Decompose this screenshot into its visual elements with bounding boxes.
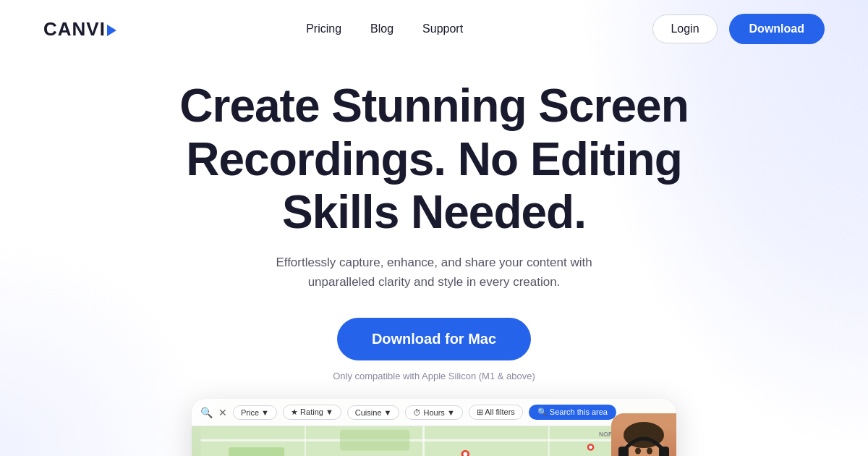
hero-compatibility-note: Only compatible with Apple Silicon (M1 &…: [333, 371, 535, 381]
svg-rect-25: [659, 447, 669, 456]
hours-filter-label: ⏱ Hours ▼: [413, 408, 454, 417]
nav-link-pricing[interactable]: Pricing: [306, 22, 341, 35]
preview-toolbar: 🔍 ✕ Price ▼ ★ Rating ▼ Cuisine ▼ ⏱ Hours…: [192, 399, 676, 426]
user-avatar-bubble: [611, 413, 676, 456]
nav-actions: Login Download: [652, 14, 825, 44]
cuisine-filter-label: Cuisine ▼: [355, 408, 392, 417]
hero-section: Create Stunning Screen Recordings. No Ed…: [0, 58, 868, 381]
nav-link-support[interactable]: Support: [422, 22, 463, 35]
rating-filter[interactable]: ★ Rating ▼: [283, 405, 341, 420]
main-nav: Pricing Blog Support: [306, 22, 463, 35]
rating-filter-label: ★ Rating ▼: [291, 408, 333, 417]
svg-rect-7: [229, 447, 284, 456]
all-filters[interactable]: ⊞ All filters: [469, 405, 523, 420]
search-area-label: 🔍 Search this area: [537, 408, 608, 417]
preview-map-area: 🔍 ✕ Price ▼ ★ Rating ▼ Cuisine ▼ ⏱ Hours…: [192, 399, 676, 456]
preview-window: 🔍 ✕ Price ▼ ★ Rating ▼ Cuisine ▼ ⏱ Hours…: [192, 399, 676, 456]
svg-point-12: [589, 446, 592, 449]
nav-download-button[interactable]: Download: [729, 14, 825, 44]
download-mac-button[interactable]: Download for Mac: [337, 318, 531, 360]
login-button[interactable]: Login: [652, 14, 717, 43]
logo[interactable]: CANVI: [43, 18, 116, 41]
close-icon: ✕: [218, 407, 227, 418]
price-filter-label: Price ▼: [241, 408, 269, 417]
search-icon: 🔍: [200, 407, 213, 418]
hours-filter[interactable]: ⏱ Hours ▼: [405, 405, 462, 420]
search-area-button[interactable]: 🔍 Search this area: [529, 405, 616, 420]
svg-point-27: [647, 448, 652, 455]
hero-subtitle: Effortlessly capture, enhance, and share…: [257, 253, 611, 292]
header: CANVI Pricing Blog Support Login Downloa…: [0, 0, 868, 58]
all-filters-label: ⊞ All filters: [477, 408, 515, 417]
svg-rect-8: [340, 430, 409, 451]
logo-text: CANVI: [43, 18, 116, 41]
avatar-face: [611, 413, 676, 456]
hero-title: Create Stunning Screen Recordings. No Ed…: [174, 80, 694, 240]
svg-point-26: [635, 448, 641, 455]
map-svg: Ritz's Lil Fryer Rock + Cake NORTHGATE E…: [192, 426, 676, 456]
preview-container: 🔍 ✕ Price ▼ ★ Rating ▼ Cuisine ▼ ⏱ Hours…: [0, 399, 868, 456]
price-filter[interactable]: Price ▼: [233, 405, 277, 420]
cuisine-filter[interactable]: Cuisine ▼: [347, 405, 400, 420]
svg-rect-24: [618, 447, 629, 456]
nav-link-blog[interactable]: Blog: [370, 22, 393, 35]
